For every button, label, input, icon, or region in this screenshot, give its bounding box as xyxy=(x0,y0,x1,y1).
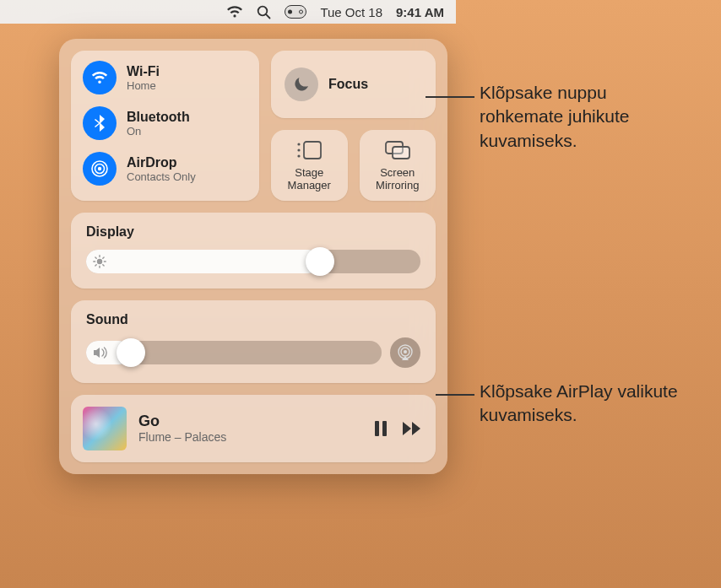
now-playing-title: Go xyxy=(138,412,361,431)
svg-line-16 xyxy=(95,257,96,258)
svg-point-20 xyxy=(404,350,407,353)
focus-label: Focus xyxy=(328,77,368,92)
svg-point-6 xyxy=(298,143,301,145)
bluetooth-title: Bluetooth xyxy=(127,109,190,125)
stage-manager-icon xyxy=(295,138,323,162)
callout-line-focus xyxy=(426,96,474,98)
sound-tile[interactable]: Sound xyxy=(71,300,436,383)
menubar-time[interactable]: 9:41 AM xyxy=(396,5,444,19)
svg-line-1 xyxy=(267,14,270,18)
speaker-icon xyxy=(93,347,108,359)
next-track-button[interactable] xyxy=(402,421,424,436)
brightness-icon xyxy=(93,255,106,268)
svg-point-8 xyxy=(298,154,301,157)
moon-icon xyxy=(285,67,318,101)
search-icon[interactable] xyxy=(257,5,271,19)
display-tile[interactable]: Display xyxy=(71,213,436,289)
wifi-title: Wi-Fi xyxy=(127,63,160,79)
svg-rect-24 xyxy=(382,421,387,436)
svg-line-17 xyxy=(103,265,104,266)
airdrop-title: AirDrop xyxy=(127,154,196,170)
screen-mirroring-button[interactable]: Screen Mirroring xyxy=(360,130,436,201)
airdrop-status: Contacts Only xyxy=(127,170,196,184)
stage-manager-button[interactable]: Stage Manager xyxy=(271,130,348,201)
svg-rect-23 xyxy=(375,421,379,436)
pause-button[interactable] xyxy=(373,420,388,437)
stage-manager-label: Stage Manager xyxy=(276,167,343,192)
svg-rect-5 xyxy=(304,142,321,159)
bluetooth-icon xyxy=(83,106,117,140)
screen-mirroring-icon xyxy=(384,138,411,162)
svg-line-19 xyxy=(103,257,104,258)
callout-airplay: Klõpsake AirPlay valikute kuvamiseks. xyxy=(480,380,716,428)
svg-rect-10 xyxy=(393,147,409,159)
menubar: Tue Oct 18 9:41 AM xyxy=(0,0,456,24)
svg-point-7 xyxy=(298,148,301,151)
album-art xyxy=(83,407,127,450)
now-playing-tile[interactable]: Go Flume – Palaces xyxy=(71,395,436,462)
svg-point-11 xyxy=(97,259,102,264)
focus-button[interactable]: Focus xyxy=(271,51,436,118)
callout-focus: Klõpsake nuppu rohkemate juhikute kuvami… xyxy=(480,81,691,153)
airplay-audio-button[interactable] xyxy=(390,337,420,368)
wifi-icon xyxy=(83,61,117,94)
svg-point-2 xyxy=(98,167,101,170)
menubar-date[interactable]: Tue Oct 18 xyxy=(320,5,382,19)
wifi-status: Home xyxy=(127,79,160,93)
airdrop-toggle[interactable]: AirDrop Contacts Only xyxy=(83,152,247,186)
airdrop-icon xyxy=(83,152,117,186)
sound-title: Sound xyxy=(86,312,420,327)
connectivity-tile[interactable]: Wi-Fi Home Bluetooth On AirDrop xyxy=(71,51,259,201)
wifi-icon[interactable] xyxy=(226,6,243,18)
sound-slider[interactable] xyxy=(86,341,382,364)
display-slider[interactable] xyxy=(86,250,420,273)
now-playing-subtitle: Flume – Palaces xyxy=(138,430,361,445)
control-center-panel: Wi-Fi Home Bluetooth On AirDrop xyxy=(59,39,447,474)
wifi-toggle[interactable]: Wi-Fi Home xyxy=(83,61,247,94)
svg-line-18 xyxy=(95,265,96,266)
airplay-icon xyxy=(397,344,414,361)
control-center-icon[interactable] xyxy=(285,5,306,19)
display-title: Display xyxy=(86,224,420,240)
bluetooth-status: On xyxy=(127,125,190,138)
callout-line-airplay xyxy=(436,394,474,396)
screen-mirroring-label: Screen Mirroring xyxy=(365,167,431,192)
bluetooth-toggle[interactable]: Bluetooth On xyxy=(83,106,247,140)
